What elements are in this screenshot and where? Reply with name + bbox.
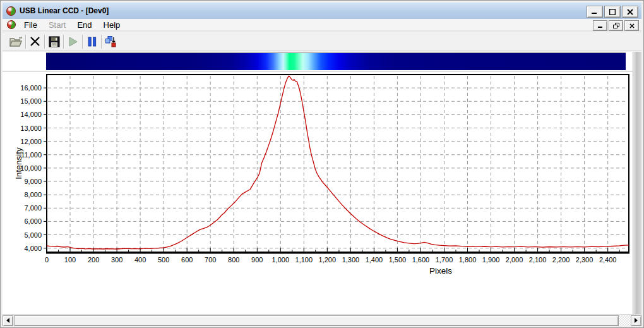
x-tick-label: 1,100 [295,256,313,264]
x-tick-label: 1,500 [389,256,407,264]
y-tick-label: 9,000 [24,178,42,185]
minimize-button[interactable] [587,6,603,18]
mdi-close-button[interactable] [624,20,639,31]
toolbar-separator [25,35,26,49]
x-tick-label: 500 [158,256,169,264]
x-tick-label: 200 [88,256,99,264]
spectrum-bar [46,52,626,70]
x-tick-label: 2,000 [506,256,523,264]
toolbar [3,32,641,51]
x-tick-label: 400 [134,256,146,264]
app-icon [6,6,16,16]
app-window: USB Linear CCD - [Dev0] FileStartEndHelp [0,0,644,328]
y-tick-label: 16,000 [20,84,42,92]
open-folder-icon [9,36,23,47]
x-tick-label: 2,400 [599,256,617,264]
x-tick-label: 1,400 [366,256,383,264]
scrollbar-track[interactable] [619,315,631,326]
toolbar-separator [82,35,83,49]
floppy-disk-icon [49,36,60,47]
y-tick-label: 12,000 [20,138,42,145]
y-tick-label: 7,000 [24,204,42,212]
x-tick-label: 800 [228,256,239,264]
horizontal-scrollbar[interactable] [3,314,641,326]
x-tick-label: 1,300 [342,256,360,264]
x-tick-label: 1,000 [272,256,290,264]
vertical-scrollbar-track[interactable] [633,52,641,314]
x-tick-label: 1,700 [436,256,453,264]
scroll-right-button[interactable] [631,315,641,326]
title-bar[interactable]: USB Linear CCD - [Dev0] [3,3,641,19]
y-tick-label: 11,000 [21,151,42,159]
x-tick-label: 1,900 [482,256,500,264]
menu-item-end[interactable]: End [71,20,97,30]
x-tick-label: 600 [181,256,193,264]
play-button[interactable] [65,34,81,49]
transfer-icon [105,35,117,47]
scroll-left-button[interactable] [3,315,13,326]
scrollbar-thumb[interactable] [14,315,619,326]
toolbar-separator [63,35,64,49]
y-tick-label: 14,000 [20,111,42,118]
save-button[interactable] [46,34,62,49]
x-tick-label: 300 [111,256,122,264]
menu-item-help[interactable]: Help [98,20,126,30]
x-tick-label: 2,200 [552,256,570,264]
transfer-button[interactable] [103,34,119,49]
y-tick-label: 8,000 [24,191,42,198]
play-icon [68,36,78,47]
x-tick-label: 2,100 [529,256,547,264]
y-tick-label: 10,000 [20,164,42,172]
x-tick-label: 1,600 [412,256,430,264]
delete-button[interactable] [27,34,43,49]
x-icon [30,36,40,47]
pause-icon [87,36,97,47]
close-button[interactable] [622,6,638,18]
open-button[interactable] [8,34,24,49]
pause-button[interactable] [84,34,100,49]
y-tick-label: 13,000 [20,125,42,132]
y-tick-label: 5,000 [24,231,42,239]
y-tick-label: 4,000 [24,245,42,252]
x-tick-label: 900 [251,256,263,264]
y-axis-title: Intensity [14,147,23,179]
x-tick-label: 1,800 [459,256,477,264]
maximize-button[interactable] [604,6,621,18]
ccd-chart: 4,0005,0006,0007,0008,0009,00010,00011,0… [3,71,636,328]
window-title: USB Linear CCD - [Dev0] [20,6,109,15]
mdi-document-icon[interactable] [7,20,16,29]
mdi-minimize-button[interactable] [593,20,607,31]
y-tick-label: 6,000 [24,217,42,225]
menu-bar: FileStartEndHelp [3,19,641,31]
menu-item-file[interactable]: File [18,20,43,30]
x-tick-label: 2,300 [576,256,593,264]
toolbar-separator [101,35,102,49]
x-axis-title: Pixels [429,266,452,276]
x-tick-label: 700 [205,256,216,264]
x-tick-label: 0 [45,256,49,264]
mdi-restore-button[interactable] [609,20,623,31]
menu-item-start: Start [43,20,71,30]
y-tick-label: 15,000 [20,97,42,105]
content-area: CCD Pixels Display 4,0005,0006,0007,0008… [3,52,633,314]
toolbar-separator [44,35,45,49]
x-tick-label: 100 [64,256,76,264]
x-tick-label: 1,200 [319,256,337,264]
